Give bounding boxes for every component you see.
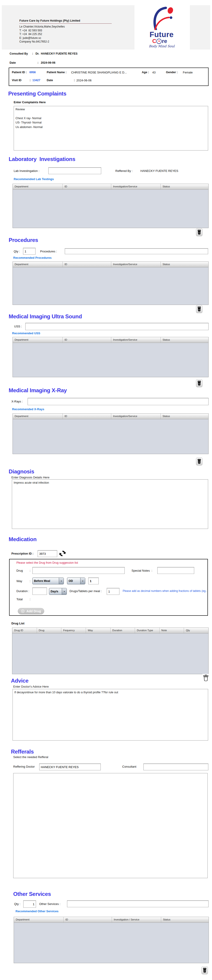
referrals-sublabel: Select the needed Refferal xyxy=(13,755,48,759)
column-header-status[interactable]: Status xyxy=(161,917,209,923)
column-header-qty[interactable]: Qty xyxy=(184,628,208,633)
advice-sublabel: Enter Doctor's Advice Here xyxy=(13,685,49,688)
column-header-investigation[interactable]: Investigation / Service xyxy=(112,917,161,923)
column-header-investigation[interactable]: Investigation/Service xyxy=(111,262,161,267)
column-header-investigation[interactable]: Investigation/Service xyxy=(111,414,161,419)
frequency-value: OD xyxy=(67,579,80,582)
date-label: Date xyxy=(10,61,37,64)
advice-textarea[interactable]: If decayontinue for more than 10 days va… xyxy=(13,689,208,741)
column-header-department[interactable]: Department xyxy=(13,184,63,189)
section-referrals: Refferals xyxy=(11,749,34,755)
column-header-status[interactable]: Status xyxy=(161,184,208,189)
column-header-department[interactable]: Department xyxy=(13,337,63,343)
drug-suggestion-note: Please select the Drug from Drug suggess… xyxy=(16,561,78,564)
xray-table-header: Department ID Investigation/Service Stat… xyxy=(13,414,208,419)
meal-way-select[interactable]: Before Meal ▼ xyxy=(32,578,64,584)
uss-table-body[interactable] xyxy=(13,343,208,377)
special-notes-input[interactable] xyxy=(157,567,194,574)
delete-lab-item-button[interactable] xyxy=(196,228,202,236)
delete-uss-button[interactable] xyxy=(196,379,202,387)
column-header-way[interactable]: Way xyxy=(86,628,111,633)
referrals-list-box[interactable] xyxy=(13,773,208,878)
duration-unit-select[interactable]: Day/s ▼ xyxy=(49,588,67,595)
recommended-uss-label: Recommended USS xyxy=(12,331,40,335)
per-meal-input[interactable] xyxy=(107,588,119,595)
consultant-input[interactable] xyxy=(143,764,208,770)
referring-doctor-input[interactable] xyxy=(39,764,101,770)
column-header-id[interactable]: ID xyxy=(63,337,111,343)
section-xray: Medical Imaging X-Ray xyxy=(9,387,67,394)
column-header-id[interactable]: ID xyxy=(63,414,111,419)
trash-icon xyxy=(203,968,207,973)
patient-id-label: Patient ID : xyxy=(12,71,27,74)
other-services-label: Other Services : xyxy=(39,902,60,906)
column-header-status[interactable]: Status xyxy=(161,414,208,419)
column-header-investigation[interactable]: Investigation/Service xyxy=(111,184,161,189)
xray-input[interactable] xyxy=(27,398,209,405)
column-header-id[interactable]: ID xyxy=(63,184,111,189)
xray-label: X-Rays : xyxy=(11,400,23,403)
recommended-lab-testings-label: Recommended Lab Testings xyxy=(14,177,54,181)
logo-care-re: re xyxy=(162,38,167,44)
duration-input[interactable] xyxy=(32,587,47,595)
section-other-services: Other Services xyxy=(13,891,51,897)
column-header-status[interactable]: Status xyxy=(161,262,208,267)
colon: : xyxy=(30,579,31,583)
column-header-investigation[interactable]: Investigation/Service xyxy=(111,337,161,343)
lab-investigation-input[interactable] xyxy=(48,167,101,174)
column-header-frequency[interactable]: Fequency xyxy=(61,628,86,633)
column-header-id[interactable]: ID xyxy=(64,917,112,923)
way-label: Way xyxy=(16,579,22,583)
diagnosis-textarea[interactable]: Impress acute viral infection xyxy=(12,479,208,529)
other-qty-input[interactable] xyxy=(23,900,36,908)
delete-other-service-button[interactable] xyxy=(201,966,208,974)
trash-icon xyxy=(198,381,201,386)
duration-label: Duration : xyxy=(16,589,29,593)
column-header-drug-id[interactable]: Drug ID xyxy=(12,628,37,633)
total-label: Total xyxy=(16,598,22,601)
way-qty-input[interactable] xyxy=(88,578,99,584)
logo-wordmark: Future xyxy=(149,31,174,38)
decimal-note: Please add as decimal numbers when addin… xyxy=(123,589,207,593)
prescription-id-input[interactable] xyxy=(38,550,57,557)
section-presenting-complaints: Presenting Complaints xyxy=(8,91,66,97)
section-medication: Medication xyxy=(9,536,37,542)
trash-icon xyxy=(198,307,201,312)
column-header-id[interactable]: ID xyxy=(63,262,111,267)
column-header-department[interactable]: Department xyxy=(13,262,63,267)
uss-table: Department ID Investigation/Service Stat… xyxy=(13,337,209,377)
column-header-duration-type[interactable]: Duration Type xyxy=(135,628,159,633)
frequency-select[interactable]: OD ▼ xyxy=(67,578,85,584)
column-header-note[interactable]: Note xyxy=(159,628,184,633)
delete-xray-button[interactable] xyxy=(196,458,202,465)
special-notes-label: Special Notes : xyxy=(132,569,152,572)
delete-advice-button[interactable] xyxy=(202,674,209,682)
procedures-input[interactable] xyxy=(65,248,208,254)
complaints-textarea[interactable]: Review Chest X ray- Normal US- Thyroid- … xyxy=(14,106,208,151)
column-header-status[interactable]: Status xyxy=(161,337,208,343)
delete-procedure-button[interactable] xyxy=(196,305,202,313)
uss-input[interactable] xyxy=(25,323,209,330)
procedures-qty-input[interactable] xyxy=(23,248,35,255)
drug-list-body[interactable] xyxy=(12,633,208,674)
other-services-table: Department ID Investigation / Service St… xyxy=(14,917,209,963)
column-header-drug[interactable]: Drug xyxy=(37,628,61,633)
colon: : xyxy=(37,61,38,64)
section-diagnosis: Diagnosis xyxy=(9,468,34,475)
procedures-table-body[interactable] xyxy=(13,267,208,305)
chevron-down-icon: ▼ xyxy=(62,588,67,595)
heart-glyph: ♥ xyxy=(158,40,160,43)
consultant-label: Consultant xyxy=(122,765,137,768)
column-header-duration[interactable]: Duration xyxy=(111,628,135,633)
add-drug-button[interactable]: Add Drug xyxy=(18,608,44,614)
column-header-department[interactable]: Department xyxy=(14,917,64,923)
drug-input[interactable] xyxy=(32,567,125,574)
other-services-body[interactable] xyxy=(14,923,209,963)
drug-list-label: Drug List xyxy=(11,622,24,625)
refresh-prescription-button[interactable] xyxy=(59,550,66,558)
column-header-department[interactable]: Department xyxy=(13,414,63,419)
xray-table-body[interactable] xyxy=(13,419,208,454)
company-address: Le Chainter,Victoria,Mahe,Seychelles xyxy=(19,25,115,29)
other-services-input[interactable] xyxy=(67,900,209,907)
lab-table-body[interactable] xyxy=(13,189,208,228)
